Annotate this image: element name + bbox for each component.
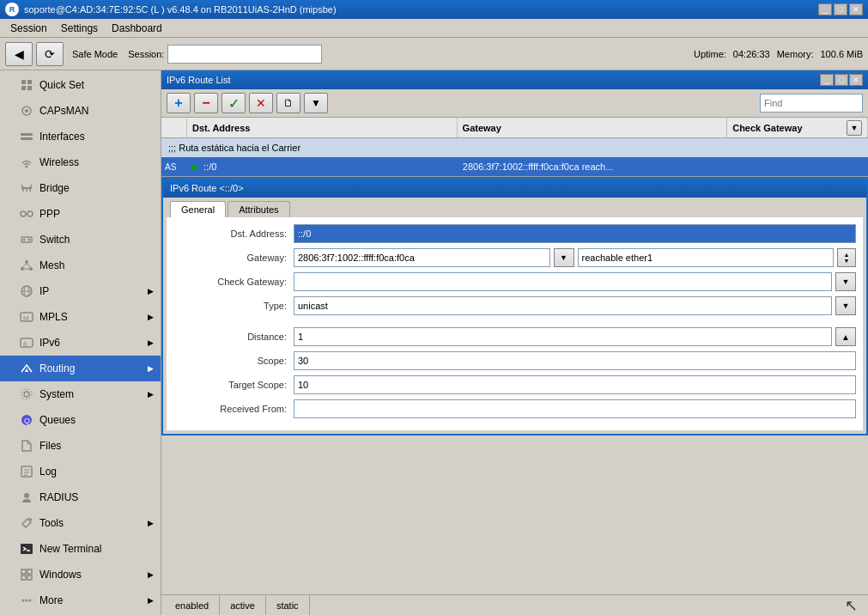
menu-session[interactable]: Session <box>3 21 54 36</box>
uptime-value: 04:26:33 <box>733 49 770 59</box>
route-arrow-icon: ▶ <box>192 162 199 172</box>
close-route-list[interactable]: ✕ <box>849 74 863 86</box>
svg-line-24 <box>22 264 27 267</box>
wireless-label: Wireless <box>39 156 79 168</box>
route-list-window: IPv6 Route List _ □ ✕ + − ✓ ✕ 🗋 ▼ <box>161 70 868 615</box>
dst-address-input[interactable] <box>294 224 856 243</box>
menu-dashboard[interactable]: Dashboard <box>105 21 169 36</box>
find-input[interactable] <box>760 94 863 113</box>
gateway-input[interactable] <box>294 248 550 267</box>
back-button[interactable]: ◀ <box>5 42 33 66</box>
minimize-route-list[interactable]: _ <box>820 74 834 86</box>
distance-input-group: ▲ <box>294 327 856 346</box>
scope-input[interactable] <box>294 351 856 370</box>
more-label: More <box>39 594 63 606</box>
system-arrow: ▶ <box>148 390 154 399</box>
forward-button[interactable]: ⟳ <box>36 42 64 66</box>
route-detail-tabs: General Attributes <box>163 198 866 217</box>
route-dst: ▶ ::/0 <box>187 161 458 172</box>
status-active: active <box>220 595 266 615</box>
header-dst-address: Dst. Address <box>187 118 458 137</box>
svg-point-19 <box>23 239 26 241</box>
minimize-button[interactable]: _ <box>818 3 832 15</box>
svg-rect-0 <box>21 80 26 84</box>
header-check-gateway: Check Gateway ▼ <box>727 118 868 137</box>
sidebar-item-ip[interactable]: IP ▶ <box>0 278 161 304</box>
disable-route-button[interactable]: ✕ <box>249 93 273 113</box>
more-arrow: ▶ <box>148 596 154 605</box>
sidebar-item-mpls[interactable]: M MPLS ▶ <box>0 304 161 330</box>
sidebar-item-bridge[interactable]: Bridge <box>0 175 161 201</box>
svg-point-34 <box>24 392 29 397</box>
target-scope-row: Target Scope: <box>173 375 856 394</box>
status-static: static <box>266 595 310 615</box>
ip-arrow: ▶ <box>148 287 154 295</box>
gateway-row: Gateway: ▼ ▲ ▼ <box>173 248 856 267</box>
gateway-type-input[interactable] <box>578 248 835 267</box>
type-input[interactable] <box>294 296 832 315</box>
route-table-header: Dst. Address Gateway Check Gateway ▼ <box>161 118 868 138</box>
close-button[interactable]: ✕ <box>849 3 863 15</box>
menu-settings[interactable]: Settings <box>54 21 105 36</box>
check-gateway-input[interactable] <box>294 272 832 291</box>
dst-address-label: Dst. Address: <box>173 228 294 239</box>
sidebar-item-switch[interactable]: Switch <box>0 227 161 253</box>
maximize-route-list[interactable]: □ <box>835 74 848 86</box>
log-icon <box>19 464 34 479</box>
files-icon <box>19 438 34 454</box>
mpls-icon: M <box>19 309 34 325</box>
sidebar-item-new-terminal[interactable]: New Terminal <box>0 536 161 562</box>
check-gateway-dropdown[interactable]: ▼ <box>847 120 862 136</box>
mpls-label: MPLS <box>39 311 68 323</box>
memory-value: 100.6 MiB <box>820 49 863 59</box>
sidebar-item-quick-set[interactable]: Quick Set <box>0 72 161 98</box>
tab-attributes[interactable]: Attributes <box>228 201 289 217</box>
sidebar-item-windows[interactable]: Windows ▶ <box>0 562 161 588</box>
session-input[interactable]: Winbox-Administrador <box>167 45 322 64</box>
sidebar-item-tools[interactable]: Tools ▶ <box>0 510 161 536</box>
cursor-indicator: ↖ <box>845 596 858 615</box>
enable-route-button[interactable]: ✓ <box>222 93 246 113</box>
sidebar-item-system[interactable]: System ▶ <box>0 381 161 407</box>
target-scope-input[interactable] <box>294 375 856 394</box>
ipv6-arrow: ▶ <box>148 338 154 347</box>
svg-rect-48 <box>21 575 26 580</box>
maximize-button[interactable]: □ <box>834 3 847 15</box>
distance-up-button[interactable]: ▲ <box>835 327 856 346</box>
svg-point-50 <box>22 600 25 602</box>
received-from-input[interactable] <box>294 399 856 418</box>
filter-route-button[interactable]: ▼ <box>304 93 328 113</box>
bridge-icon <box>19 180 34 196</box>
route-row[interactable]: AS ▶ ::/0 2806:3f7:1002::ffff:f0ca:f0ca … <box>161 157 868 176</box>
sidebar-item-routing[interactable]: Routing ▶ <box>0 356 161 381</box>
sidebar-item-log[interactable]: Log <box>0 459 161 484</box>
sidebar-item-radius[interactable]: RADIUS <box>0 484 161 510</box>
sidebar-item-more[interactable]: More ▶ <box>0 588 161 613</box>
distance-label: Distance: <box>173 332 294 342</box>
svg-rect-3 <box>27 86 32 90</box>
main-area: Quick Set CAPsMAN Interfaces Wireless <box>0 70 868 615</box>
remove-route-button[interactable]: − <box>194 93 218 113</box>
type-dropdown-button[interactable]: ▼ <box>835 296 856 315</box>
distance-input[interactable] <box>294 327 832 346</box>
copy-route-button[interactable]: 🗋 <box>276 93 300 113</box>
quick-set-icon <box>19 77 34 93</box>
svg-point-22 <box>21 267 24 271</box>
sidebar-item-ipv6[interactable]: 6 IPv6 ▶ <box>0 330 161 356</box>
add-route-button[interactable]: + <box>167 93 191 113</box>
sidebar-item-interfaces[interactable]: Interfaces <box>0 124 161 149</box>
tab-general[interactable]: General <box>170 201 226 217</box>
sidebar-item-ppp[interactable]: PPP <box>0 201 161 227</box>
sidebar-item-files[interactable]: Files <box>0 433 161 459</box>
gateway-type-up[interactable]: ▲ ▼ <box>837 248 856 267</box>
sidebar-item-wireless[interactable]: Wireless <box>0 149 161 175</box>
gateway-dropdown-button[interactable]: ▼ <box>554 248 574 267</box>
route-detail-titlebar: IPv6 Route <::/0> <box>163 179 866 198</box>
sidebar-item-queues[interactable]: Q Queues <box>0 407 161 433</box>
sidebar-item-mesh[interactable]: Mesh <box>0 253 161 278</box>
sidebar-item-capsman[interactable]: CAPsMAN <box>0 98 161 124</box>
queues-label: Queues <box>39 414 76 426</box>
window-controls-route-list: _ □ ✕ <box>820 74 863 86</box>
check-gateway-dropdown-button[interactable]: ▼ <box>835 272 856 291</box>
route-dst-value: ::/0 <box>203 161 216 172</box>
